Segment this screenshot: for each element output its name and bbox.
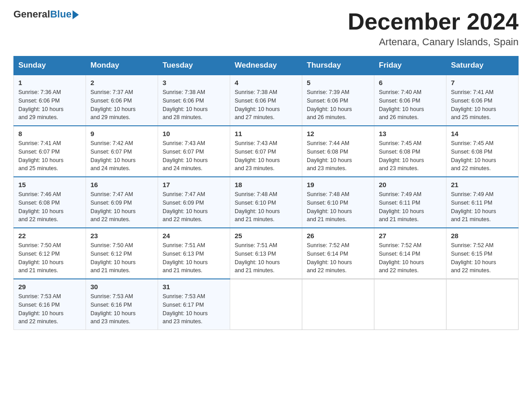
col-friday: Friday [374,56,446,75]
week-row-5: 29 Sunrise: 7:53 AM Sunset: 6:16 PM Dayl… [14,279,519,330]
day-number: 20 [379,181,442,188]
logo: GeneralBlue [13,9,79,20]
calendar-cell: 25 Sunrise: 7:51 AM Sunset: 6:13 PM Dayl… [230,228,302,279]
day-info: Sunrise: 7:46 AM Sunset: 6:08 PM Dayligh… [18,190,81,224]
logo-text: GeneralBlue [13,9,72,20]
day-number: 8 [18,130,81,137]
day-number: 5 [307,79,369,86]
col-thursday: Thursday [302,56,374,75]
day-number: 9 [90,130,153,137]
calendar-cell: 6 Sunrise: 7:40 AM Sunset: 6:06 PM Dayli… [374,75,446,126]
day-info: Sunrise: 7:52 AM Sunset: 6:14 PM Dayligh… [307,241,369,275]
day-info: Sunrise: 7:39 AM Sunset: 6:06 PM Dayligh… [307,88,369,122]
day-number: 22 [18,232,81,240]
week-row-3: 15 Sunrise: 7:46 AM Sunset: 6:08 PM Dayl… [14,177,519,228]
calendar-cell: 19 Sunrise: 7:48 AM Sunset: 6:10 PM Dayl… [302,177,374,228]
calendar-cell: 16 Sunrise: 7:47 AM Sunset: 6:09 PM Dayl… [86,177,158,228]
calendar-header-row: Sunday Monday Tuesday Wednesday Thursday… [14,56,519,75]
calendar-cell: 31 Sunrise: 7:53 AM Sunset: 6:17 PM Dayl… [158,279,230,330]
day-number: 14 [451,130,514,137]
month-title: December 2024 [348,9,519,34]
day-info: Sunrise: 7:40 AM Sunset: 6:06 PM Dayligh… [379,88,442,122]
day-number: 27 [379,232,442,240]
day-number: 15 [18,181,81,188]
day-info: Sunrise: 7:47 AM Sunset: 6:09 PM Dayligh… [163,190,225,224]
calendar-cell [446,279,519,330]
page-header: GeneralBlue December 2024 Artenara, Cana… [13,9,519,48]
calendar-cell: 3 Sunrise: 7:38 AM Sunset: 6:06 PM Dayli… [158,75,230,126]
day-info: Sunrise: 7:52 AM Sunset: 6:15 PM Dayligh… [451,241,514,275]
day-number: 11 [235,130,297,137]
calendar-cell: 14 Sunrise: 7:45 AM Sunset: 6:08 PM Dayl… [446,126,519,177]
day-number: 30 [90,283,153,291]
calendar-cell [230,279,302,330]
day-info: Sunrise: 7:48 AM Sunset: 6:10 PM Dayligh… [235,190,297,224]
calendar-cell: 7 Sunrise: 7:41 AM Sunset: 6:06 PM Dayli… [446,75,519,126]
calendar-cell: 22 Sunrise: 7:50 AM Sunset: 6:12 PM Dayl… [14,228,86,279]
day-info: Sunrise: 7:49 AM Sunset: 6:11 PM Dayligh… [379,190,442,224]
calendar-cell: 4 Sunrise: 7:38 AM Sunset: 6:06 PM Dayli… [230,75,302,126]
day-info: Sunrise: 7:44 AM Sunset: 6:08 PM Dayligh… [307,139,369,173]
day-info: Sunrise: 7:43 AM Sunset: 6:07 PM Dayligh… [163,139,225,173]
calendar-cell: 26 Sunrise: 7:52 AM Sunset: 6:14 PM Dayl… [302,228,374,279]
col-wednesday: Wednesday [230,56,302,75]
day-number: 6 [379,79,442,86]
day-number: 18 [235,181,297,188]
title-block: December 2024 Artenara, Canary Islands, … [348,9,519,48]
col-sunday: Sunday [14,56,86,75]
calendar-cell: 8 Sunrise: 7:41 AM Sunset: 6:07 PM Dayli… [14,126,86,177]
calendar-cell: 1 Sunrise: 7:36 AM Sunset: 6:06 PM Dayli… [14,75,86,126]
day-info: Sunrise: 7:42 AM Sunset: 6:07 PM Dayligh… [90,139,153,173]
calendar-cell: 2 Sunrise: 7:37 AM Sunset: 6:06 PM Dayli… [86,75,158,126]
day-info: Sunrise: 7:45 AM Sunset: 6:08 PM Dayligh… [379,139,442,173]
day-number: 4 [235,79,297,86]
day-number: 26 [307,232,369,240]
calendar-cell: 30 Sunrise: 7:53 AM Sunset: 6:16 PM Dayl… [86,279,158,330]
calendar-cell: 9 Sunrise: 7:42 AM Sunset: 6:07 PM Dayli… [86,126,158,177]
week-row-1: 1 Sunrise: 7:36 AM Sunset: 6:06 PM Dayli… [14,75,519,126]
day-info: Sunrise: 7:38 AM Sunset: 6:06 PM Dayligh… [235,88,297,122]
calendar-cell: 12 Sunrise: 7:44 AM Sunset: 6:08 PM Dayl… [302,126,374,177]
day-info: Sunrise: 7:51 AM Sunset: 6:13 PM Dayligh… [235,241,297,275]
day-info: Sunrise: 7:43 AM Sunset: 6:07 PM Dayligh… [235,139,297,173]
day-info: Sunrise: 7:53 AM Sunset: 6:16 PM Dayligh… [90,292,153,326]
day-info: Sunrise: 7:50 AM Sunset: 6:12 PM Dayligh… [18,241,81,275]
day-number: 17 [163,181,225,188]
calendar-cell: 13 Sunrise: 7:45 AM Sunset: 6:08 PM Dayl… [374,126,446,177]
day-info: Sunrise: 7:38 AM Sunset: 6:06 PM Dayligh… [163,88,225,122]
day-number: 2 [90,79,153,86]
col-monday: Monday [86,56,158,75]
calendar-cell: 17 Sunrise: 7:47 AM Sunset: 6:09 PM Dayl… [158,177,230,228]
day-info: Sunrise: 7:36 AM Sunset: 6:06 PM Dayligh… [18,88,81,122]
day-number: 13 [379,130,442,137]
day-number: 10 [163,130,225,137]
calendar-cell: 27 Sunrise: 7:52 AM Sunset: 6:14 PM Dayl… [374,228,446,279]
day-info: Sunrise: 7:47 AM Sunset: 6:09 PM Dayligh… [90,190,153,224]
day-number: 24 [163,232,225,240]
day-number: 12 [307,130,369,137]
calendar-cell [374,279,446,330]
day-number: 16 [90,181,153,188]
day-info: Sunrise: 7:53 AM Sunset: 6:16 PM Dayligh… [18,292,81,326]
calendar-cell [302,279,374,330]
day-info: Sunrise: 7:45 AM Sunset: 6:08 PM Dayligh… [451,139,514,173]
day-info: Sunrise: 7:53 AM Sunset: 6:17 PM Dayligh… [163,292,225,326]
calendar-cell: 29 Sunrise: 7:53 AM Sunset: 6:16 PM Dayl… [14,279,86,330]
calendar-cell: 20 Sunrise: 7:49 AM Sunset: 6:11 PM Dayl… [374,177,446,228]
day-number: 19 [307,181,369,188]
day-info: Sunrise: 7:52 AM Sunset: 6:14 PM Dayligh… [379,241,442,275]
day-info: Sunrise: 7:41 AM Sunset: 6:06 PM Dayligh… [451,88,514,122]
day-number: 28 [451,232,514,240]
day-number: 3 [163,79,225,86]
day-number: 25 [235,232,297,240]
day-number: 23 [90,232,153,240]
calendar-cell: 24 Sunrise: 7:51 AM Sunset: 6:13 PM Dayl… [158,228,230,279]
week-row-4: 22 Sunrise: 7:50 AM Sunset: 6:12 PM Dayl… [14,228,519,279]
day-number: 1 [18,79,81,86]
day-info: Sunrise: 7:51 AM Sunset: 6:13 PM Dayligh… [163,241,225,275]
calendar-cell: 15 Sunrise: 7:46 AM Sunset: 6:08 PM Dayl… [14,177,86,228]
day-number: 29 [18,283,81,291]
day-info: Sunrise: 7:41 AM Sunset: 6:07 PM Dayligh… [18,139,81,173]
calendar-cell: 10 Sunrise: 7:43 AM Sunset: 6:07 PM Dayl… [158,126,230,177]
week-row-2: 8 Sunrise: 7:41 AM Sunset: 6:07 PM Dayli… [14,126,519,177]
